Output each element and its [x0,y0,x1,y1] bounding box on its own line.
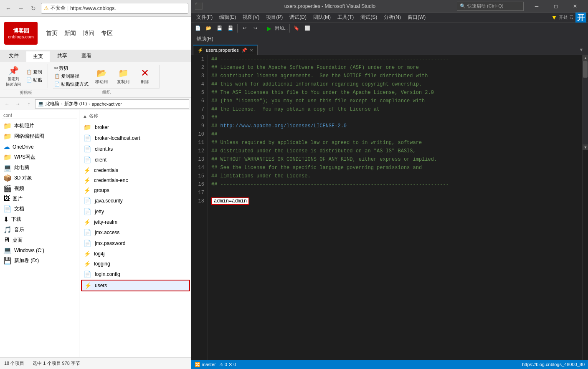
tab-close-button[interactable]: ✕ [250,48,253,53]
drive-c-label: Windows (C:) [14,248,44,253]
explorer-back-button[interactable]: ← [3,99,12,109]
paste-button[interactable]: 📄 粘贴 [25,76,43,83]
close-button[interactable]: ✕ [565,0,585,13]
cut-button[interactable]: ✂ 剪切 [53,65,90,72]
tb-run[interactable]: ▶ [264,23,274,33]
scroll-thumb[interactable] [583,61,588,78]
move-to-button[interactable]: 📂 移动到 [91,66,112,86]
menu-debug[interactable]: 调试(D) [286,13,310,22]
jetty-realm-vs-icon: ⚡ [84,219,91,225]
delete-button[interactable]: ✕ 删除 [135,66,155,86]
copy-to-button[interactable]: 📁 复制到 [113,66,133,86]
editor-scroll-down[interactable]: ▼ [576,45,586,55]
file-client[interactable]: 📄 client [81,154,190,165]
file-credentials[interactable]: ⚡ credentials [81,165,190,175]
sidebar-item-3d[interactable]: 📦 3D 对象 [2,173,77,183]
menu-test[interactable]: 测试(S) [357,13,380,22]
ribbon-tab-view[interactable]: 查看 [74,50,99,62]
menu-project[interactable]: 项目(P) [263,13,286,22]
sidebar-item-onedrive[interactable]: ☁ OneDrive [2,142,77,152]
back-button[interactable]: ← [3,3,13,13]
tb-open[interactable]: 📂 [204,23,214,33]
vs-quick-launch[interactable]: 🔍 快速启动 (Ctrl+Q) [457,2,524,11]
file-login-config[interactable]: 📄 login.config [81,269,190,280]
file-credentials-enc[interactable]: ⚡ credentials-enc [81,175,190,185]
menu-edit[interactable]: 编辑(E) [216,13,239,22]
file-jmx-access[interactable]: 📄 jmx.access [81,227,190,238]
file-java-security[interactable]: 📄 java.security [81,195,190,206]
explorer-up-button[interactable]: ↑ [24,99,33,109]
copy-path-button[interactable]: 📋 复制路径 [53,73,90,80]
refresh-button[interactable]: ↻ [28,3,38,13]
nav-news[interactable]: 新闻 [64,30,76,37]
sidebar-item-pictures[interactable]: 🖼 图片 [2,194,77,204]
sidebar-item-wps[interactable]: 📁 WPS网盘 [2,152,77,162]
tb-new[interactable]: 📄 [193,23,203,33]
pictures-icon: 🖼 [3,195,10,202]
file-logging[interactable]: ⚡ logging [81,259,190,269]
sidebar-item-this-pc[interactable]: 💻 此电脑 [2,162,77,173]
forward-button[interactable]: → [16,3,26,13]
tb-redo[interactable]: ↪ [250,23,260,33]
ribbon-tab-home[interactable]: 主页 [26,51,50,62]
code-area[interactable]: ## -------------------------------------… [208,55,582,360]
pin-button[interactable]: 📌 固定到快速访问 [3,64,23,88]
nav-zone[interactable]: 专区 [101,30,113,37]
sidebar-item-music[interactable]: 🎵 音乐 [2,225,77,235]
videos-icon: 🎬 [3,184,12,192]
file-groups[interactable]: ⚡ groups [81,185,190,195]
sidebar-item-photos[interactable]: 📁 本机照片 [2,121,77,131]
path-sep-1: › [61,101,63,106]
tb-save[interactable]: 💾 [215,23,225,33]
path-bar[interactable]: 💻 此电脑 › 新加卷 (D:) › apache-activer [35,99,189,109]
menu-view[interactable]: 视图(V) [239,13,263,22]
vs-open-btn[interactable]: 开 [575,13,586,23]
file-broker-cert[interactable]: 📄 broker-localhost.cert [81,133,190,144]
file-jmx-password[interactable]: 📄 jmx.password [81,238,190,249]
menu-window[interactable]: 窗口(W) [404,13,429,22]
code-line-14: ## See the License for the specific lang… [211,164,579,172]
tb-expand[interactable]: ⬜ [302,23,312,33]
file-broker[interactable]: 📁 broker [81,122,190,133]
tab-users-properties[interactable]: ⚡ users.properties 📌 ✕ [193,45,258,55]
sidebar-item-downloads[interactable]: ⬇ 下载 [2,214,77,225]
file-jetty-realm[interactable]: ⚡ jetty-realm [81,217,190,227]
minimize-button[interactable]: ─ [527,0,546,13]
tb-undo[interactable]: ↩ [239,23,249,33]
sidebar-item-documents[interactable]: 📄 文档 [2,204,77,214]
vs-scrollbar[interactable]: ▲ ▼ [582,55,588,360]
file-jetty[interactable]: 📄 jetty [81,206,190,217]
copy-button[interactable]: 📋 复制 [25,68,43,76]
menu-team[interactable]: 团队(M) [310,13,334,22]
file-users[interactable]: ⚡ users [81,280,190,291]
address-bar[interactable]: ⚠ 不安全 | https://www.cnblogs. [41,3,188,14]
file-explorer: 文件 主页 共享 查看 📌 固定到快速访问 📋 [0,50,192,369]
ribbon-tab-share[interactable]: 共享 [50,50,74,62]
explorer-forward-button[interactable]: → [13,99,23,109]
blog-logo-name: 博客园 [13,27,29,35]
groups-label: groups [94,187,109,193]
java-security-label: java.security [95,198,123,204]
sidebar-item-network-screenshots[interactable]: 📁 网络编程截图 [2,131,77,142]
sidebar-item-drive-d[interactable]: 💾 新加卷 (D:) [2,255,77,266]
file-log4j[interactable]: ⚡ log4j [81,249,190,259]
scroll-up-button[interactable]: ▲ [583,55,588,61]
sidebar-item-videos[interactable]: 🎬 视频 [2,183,77,194]
file-client-ks[interactable]: 📄 client.ks [81,144,190,154]
ribbon-tab-file[interactable]: 文件 [2,50,26,62]
tb-save-all[interactable]: 💾 [226,23,236,33]
paste-shortcut-button[interactable]: 📄 粘贴快捷方式 [53,81,90,88]
menu-analyze[interactable]: 分析(N) [380,13,404,22]
license-link[interactable]: http://www.apache.org/licenses/LICENSE-2… [220,123,347,129]
tb-bookmark[interactable]: 🔖 [291,23,302,33]
restore-button[interactable]: ◻ [546,0,565,13]
nav-home[interactable]: 首页 [46,30,58,37]
nav-question[interactable]: 博问 [83,30,94,37]
menu-file[interactable]: 文件(F) [193,13,216,22]
menu-help[interactable]: 帮助(H) [193,35,217,43]
broker-cert-label: broker-localhost.cert [95,135,140,141]
scroll-down-button[interactable]: ▼ [583,144,588,150]
sidebar-item-drive-c[interactable]: 💻 Windows (C:) [2,245,77,255]
sidebar-item-desktop[interactable]: 🖥 桌面 [2,235,77,245]
menu-tools[interactable]: 工具(T) [334,13,357,22]
